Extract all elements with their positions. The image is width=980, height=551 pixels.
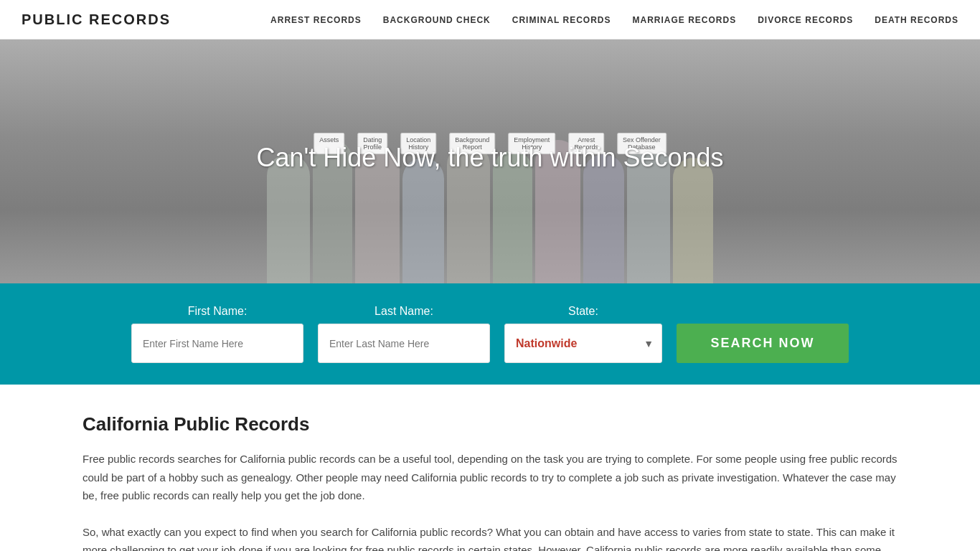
nav-item-divorce-records: DIVORCE RECORDS — [758, 13, 853, 26]
last-name-field: Last Name: — [318, 305, 490, 363]
nav-link-divorce-records[interactable]: DIVORCE RECORDS — [758, 15, 853, 25]
content-title: California Public Records — [83, 413, 897, 435]
nav-item-arrest-records: ARREST RECORDS — [270, 13, 362, 26]
last-name-label: Last Name: — [318, 305, 490, 318]
nav-link-arrest-records[interactable]: ARREST RECORDS — [270, 15, 362, 25]
header: PUBLIC RECORDS ARREST RECORDSBACKGROUND … — [0, 0, 980, 39]
nav-link-marriage-records[interactable]: MARRIAGE RECORDS — [633, 15, 737, 25]
nav-item-death-records: DEATH RECORDS — [875, 13, 958, 26]
hero-title: Can't Hide Now, the truth within Seconds — [256, 143, 723, 173]
main-nav: ARREST RECORDSBACKGROUND CHECKCRIMINAL R… — [270, 13, 958, 26]
nav-link-background-check[interactable]: BACKGROUND CHECK — [383, 15, 491, 25]
content-paragraph-1: Free public records searches for Califor… — [83, 450, 897, 505]
last-name-input[interactable] — [318, 324, 490, 363]
content-paragraph-2: So, what exactly can you expect to find … — [83, 523, 897, 552]
search-bar: First Name: Last Name: State: Nationwide… — [0, 283, 980, 385]
hero-section: Assets DatingProfile LocationHistory Bac… — [0, 39, 980, 283]
search-button[interactable]: SEARCH NOW — [677, 324, 849, 363]
first-name-input[interactable] — [131, 324, 303, 363]
hero-content: Can't Hide Now, the truth within Seconds — [256, 143, 723, 180]
first-name-label: First Name: — [131, 305, 303, 318]
nav-link-criminal-records[interactable]: CRIMINAL RECORDS — [512, 15, 611, 25]
site-logo[interactable]: PUBLIC RECORDS — [22, 11, 171, 28]
content-area: California Public Records Free public re… — [0, 385, 980, 551]
nav-item-marriage-records: MARRIAGE RECORDS — [633, 13, 737, 26]
first-name-field: First Name: — [131, 305, 303, 363]
nav-item-criminal-records: CRIMINAL RECORDS — [512, 13, 611, 26]
state-label: State: — [504, 305, 662, 318]
state-select-wrapper: NationwideAlabamaAlaskaArizonaArkansasCa… — [504, 324, 662, 363]
nav-item-background-check: BACKGROUND CHECK — [383, 13, 491, 26]
nav-link-death-records[interactable]: DEATH RECORDS — [875, 15, 958, 25]
state-select[interactable]: NationwideAlabamaAlaskaArizonaArkansasCa… — [504, 324, 662, 363]
state-field: State: NationwideAlabamaAlaskaArizonaArk… — [504, 305, 662, 363]
